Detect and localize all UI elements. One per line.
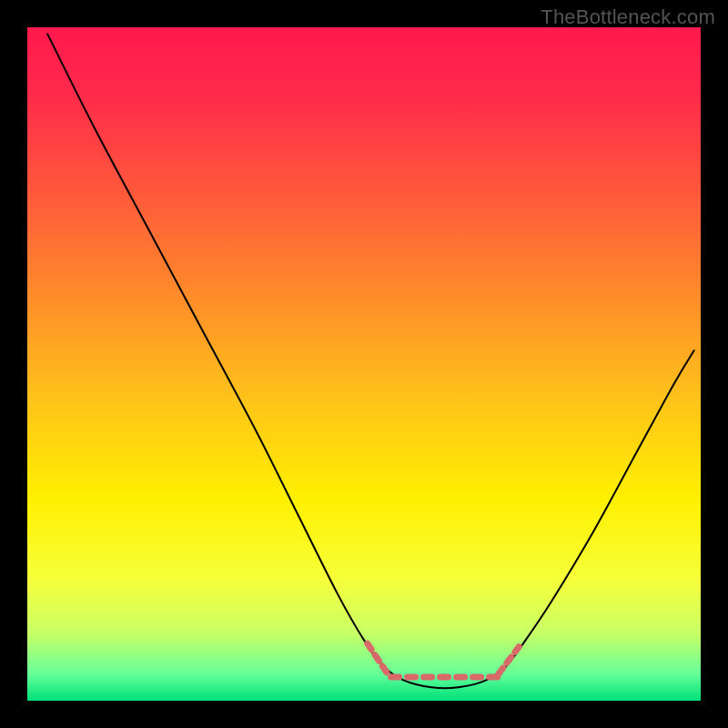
- chart-frame: TheBottleneck.com: [0, 0, 728, 728]
- watermark-text: TheBottleneck.com: [541, 5, 715, 29]
- chart-svg: [27, 27, 701, 701]
- chart-plot-area: [27, 27, 701, 701]
- gradient-background: [27, 27, 701, 701]
